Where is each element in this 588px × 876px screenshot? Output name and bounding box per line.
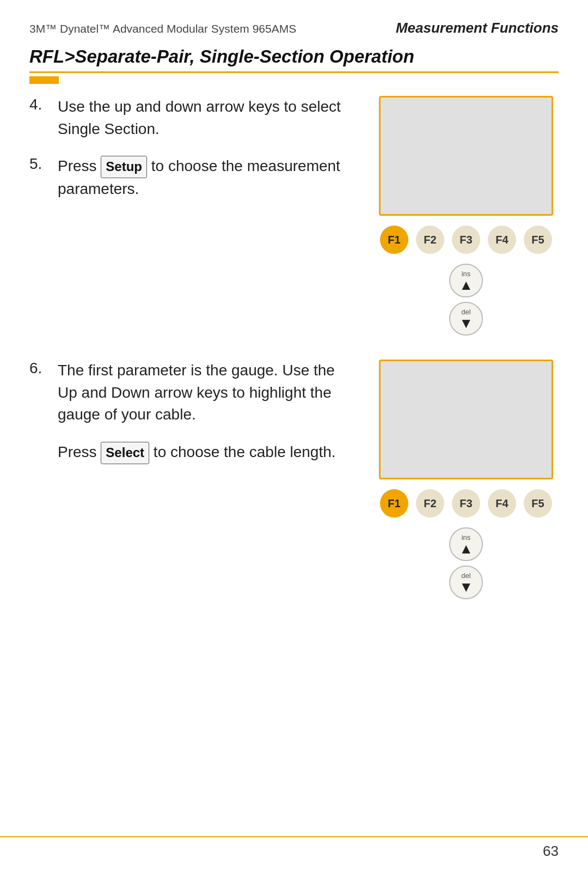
steps-4-5-block: 4. Use the up and down arrow keys to sel… [29,96,559,343]
page-container: 3M™ Dynatel™ Advanced Modular System 965… [0,0,588,876]
diagram-1: F1 F2 F3 F4 F5 ins ▲ del ▼ [373,96,559,343]
up-arrow-2: ▲ [459,542,473,556]
step-5-text: Press Setup to choose the measurement pa… [58,155,352,200]
fkey-f1-1[interactable]: F1 [380,226,408,254]
step-4: 4. Use the up and down arrow keys to sel… [29,96,352,140]
fkey-f2-1[interactable]: F2 [416,226,444,254]
arrow-keys-2: ins ▲ del ▼ [449,527,483,599]
title-accent-bar [29,76,59,84]
fkeys-row-1: F1 F2 F3 F4 F5 [380,226,552,254]
del-key-2[interactable]: del ▼ [449,565,483,599]
step-6: 6. The first parameter is the gauge. Use… [29,360,352,426]
up-arrow-1: ▲ [459,278,473,292]
fkey-f5-1[interactable]: F5 [524,226,552,254]
diagram-2: F1 F2 F3 F4 F5 ins ▲ del ▼ [373,360,559,607]
section-label: Measurement Functions [396,20,559,36]
down-arrow-1: ▼ [459,316,473,330]
fkey-f3-2[interactable]: F3 [452,489,480,518]
title-main: Separate-Pair, Single-Section Operation [75,46,414,66]
fkeys-row-2: F1 F2 F3 F4 F5 [380,489,552,518]
step-5: 5. Press Setup to choose the measurement… [29,155,352,200]
fkey-f5-2[interactable]: F5 [524,489,552,518]
screen-display-2 [379,360,553,479]
page-header: 3M™ Dynatel™ Advanced Modular System 965… [29,20,559,36]
step-6-text-col: 6. The first parameter is the gauge. Use… [29,360,357,607]
screen-display-1 [379,96,553,216]
step-6-number: 6. [29,360,49,426]
step-4-text: Use the up and down arrow keys to select… [58,96,352,140]
del-key-1[interactable]: del ▼ [449,302,483,336]
setup-key: Setup [101,156,147,178]
arrow-keys-1: ins ▲ del ▼ [449,264,483,336]
step-6-text: The first parameter is the gauge. Use th… [58,360,352,426]
page-footer: 63 [0,836,588,860]
step-6-subtext: Press Select to choose the cable length. [58,441,352,464]
ins-key-2[interactable]: ins ▲ [449,527,483,561]
doc-title: 3M™ Dynatel™ Advanced Modular System 965… [29,22,296,35]
fkey-f1-2[interactable]: F1 [380,489,408,518]
step-5-number: 5. [29,155,49,200]
step-6-block: 6. The first parameter is the gauge. Use… [29,360,559,607]
fkey-f4-1[interactable]: F4 [488,226,516,254]
down-arrow-2: ▼ [459,580,473,594]
title-prefix: RFL> [29,46,75,66]
fkey-f3-1[interactable]: F3 [452,226,480,254]
ins-key-1[interactable]: ins ▲ [449,264,483,297]
steps-4-5-text: 4. Use the up and down arrow keys to sel… [29,96,357,343]
fkey-f4-2[interactable]: F4 [488,489,516,518]
page-number: 63 [543,843,559,860]
fkey-f2-2[interactable]: F2 [416,489,444,518]
step-4-number: 4. [29,96,49,140]
select-key: Select [101,442,149,464]
section-title: RFL>Separate-Pair, Single-Section Operat… [29,46,559,73]
